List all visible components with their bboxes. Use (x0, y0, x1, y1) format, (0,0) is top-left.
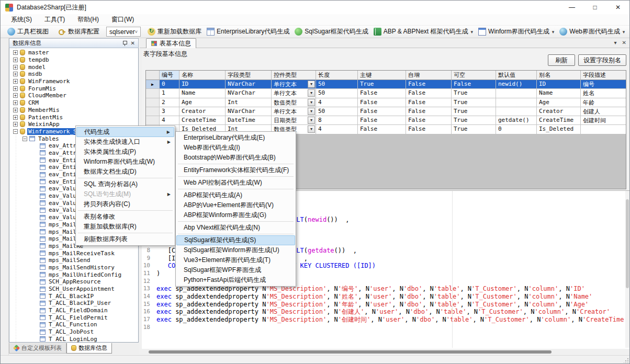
enterprise-library-button[interactable]: EnterpriseLibrary代码生成 (204, 26, 292, 37)
resize-grip[interactable] (624, 358, 629, 363)
grid-column-header[interactable]: 长度 (316, 71, 358, 80)
tree-item-database[interactable]: +ForumMis (9, 85, 138, 92)
grid-cell[interactable]: 姓名 (581, 89, 626, 98)
grid-cell[interactable]: False (406, 98, 452, 107)
grid-cell[interactable]: 单行文本▼ (272, 80, 316, 89)
grid-row[interactable]: 3CreatorNVarChar单行文本▼50FalseFalseTrueCre… (146, 107, 626, 116)
grid-cell[interactable]: 年龄 (581, 98, 626, 107)
cell-dropdown-icon[interactable]: ▼ (308, 99, 315, 106)
grid-cell[interactable]: False (358, 116, 406, 125)
grid-cell[interactable]: 单行文本▼ (272, 107, 316, 116)
tree-item-database[interactable]: +master (9, 49, 138, 56)
grid-cell[interactable]: NVarChar (226, 80, 272, 89)
submenu-item[interactable]: Abp VNext框架代码生成(N) (176, 223, 296, 233)
grid-cell[interactable]: 日期类型▼ (272, 116, 316, 125)
context-menu-item[interactable]: Winform界面代码生成(W) (76, 157, 175, 167)
grid-cell[interactable]: 4 (160, 116, 179, 125)
tree-item-database[interactable]: +msdb (9, 71, 138, 78)
grid-cell[interactable]: False (358, 98, 406, 107)
dock-tab-1[interactable]: 数据库信息 (66, 343, 112, 354)
tree-item-database[interactable]: +PatientMis (9, 113, 138, 121)
grid-cell[interactable]: 0 (160, 80, 179, 89)
expand-toggle[interactable]: + (13, 115, 18, 120)
submenu-item[interactable]: Vue3+Element界面代码生成(T) (176, 255, 296, 265)
grid-column-header[interactable]: 主键 (358, 71, 406, 80)
row-indicator[interactable] (146, 98, 160, 107)
menu-item-3[interactable]: 窗口(W) (105, 14, 140, 26)
grid-cell[interactable]: Age (179, 98, 226, 107)
grid-cell[interactable] (496, 107, 537, 116)
grid-cell[interactable]: Is_Deleted (537, 125, 581, 134)
winform-gen-button[interactable]: Winform界面代码生成▾ (476, 26, 557, 37)
grid-cell[interactable]: ID (537, 80, 581, 89)
submenu-item[interactable]: EntityFramework实体框架代码生成(F) (176, 165, 296, 175)
submenu-item[interactable]: ABP框架Winform界面生成(G) (176, 210, 296, 220)
grid-cell[interactable]: NVarChar (226, 89, 272, 98)
expand-toggle[interactable]: + (13, 122, 18, 127)
grid-cell[interactable]: 2 (160, 98, 179, 107)
grid-cell[interactable]: DateTime (226, 116, 272, 125)
submenu-item[interactable]: Web界面代码生成(I) (176, 143, 296, 153)
grid-cell[interactable]: True (452, 116, 496, 125)
context-menu-item[interactable]: 刷新数据库列表 (76, 234, 175, 244)
expand-toggle[interactable]: + (13, 79, 18, 84)
grid-cell[interactable]: 50 (316, 89, 358, 98)
row-indicator[interactable] (146, 89, 160, 98)
grid-column-header[interactable]: 名称 (179, 71, 226, 80)
grid-cell[interactable]: ID (179, 80, 226, 89)
grid-column-header[interactable]: 字段类型 (226, 71, 272, 80)
grid-cell[interactable]: NVarChar (226, 107, 272, 116)
grid-row[interactable]: 2AgeInt数值类型▼4FalseFalseTrueAge年龄 (146, 98, 626, 107)
expand-toggle[interactable]: + (13, 86, 18, 91)
tree-item-table[interactable]: T_ACL_LoginLog (9, 336, 138, 343)
grid-cell[interactable]: True (452, 89, 496, 98)
submenu-item[interactable]: Python+FastApi后端代码生成 (176, 275, 296, 285)
tree-item-table[interactable]: T_ACL_FieldPermit (9, 314, 138, 321)
grid-cell[interactable]: 数值类型▼ (272, 98, 316, 107)
expand-toggle[interactable]: + (13, 65, 18, 70)
abp-gen-button[interactable]: ABP & ABPNext 框架代码生成▾ (371, 26, 476, 37)
grid-cell[interactable]: newid() (496, 80, 537, 89)
panel-close-icon[interactable]: ✕ (131, 41, 135, 46)
context-menu-item[interactable]: 重新加载数据库(R) (76, 222, 175, 232)
expand-toggle[interactable]: + (13, 93, 18, 98)
tree-item-table[interactable]: mps_MailSend (9, 257, 138, 264)
grid-column-header[interactable]: 默认值 (496, 71, 537, 80)
grid-cell[interactable]: Creator (179, 107, 226, 116)
pin-icon[interactable] (122, 40, 127, 47)
tree-item-table[interactable]: SCH_AppResource (9, 278, 138, 286)
grid-cell[interactable]: False (406, 116, 452, 125)
context-menu-item[interactable]: SQL 查询分析器(A) (76, 179, 175, 189)
tree-item-table[interactable]: T_ACL_Function (9, 321, 138, 328)
grid-column-header[interactable]: 自增 (406, 71, 452, 80)
menu-item-1[interactable]: 工具(T) (38, 14, 71, 26)
grid-cell[interactable]: True (452, 98, 496, 107)
grid-cell[interactable]: getdate() (496, 116, 537, 125)
expand-toggle[interactable]: + (13, 108, 18, 112)
grid-cell[interactable]: False (406, 125, 452, 134)
grid-cell[interactable]: 50 (316, 80, 358, 89)
minimize-button[interactable]: — (560, 1, 583, 14)
db-config-button[interactable]: 数据库配置 (55, 26, 102, 37)
grid-cell[interactable]: True (358, 80, 406, 89)
grid-cell[interactable]: Name (537, 89, 581, 98)
grid-cell[interactable]: False (358, 125, 406, 134)
grid-row[interactable]: ▶0IDNVarChar单行文本▼50TrueFalseFalsenewid()… (146, 80, 626, 89)
grid-cell[interactable]: 3 (160, 107, 179, 116)
tree-item-table[interactable]: T_ACL_BlackIP_User (9, 300, 138, 307)
submenu-item[interactable]: SqlSugar框架Winform界面生成(U) (176, 245, 296, 255)
grid-cell[interactable]: False (406, 107, 452, 116)
set-field-alias-button[interactable]: 设置字段别名 (578, 54, 626, 66)
refresh-button[interactable]: 刷新 (548, 54, 575, 66)
web-gen-button[interactable]: Web界面代码生成▾ (557, 26, 627, 37)
context-menu-item[interactable]: 表别名修改 (76, 212, 175, 222)
grid-cell[interactable]: True (452, 125, 496, 134)
grid-cell[interactable] (496, 89, 537, 98)
tree-item-table[interactable]: T_ACL_FieldDomain (9, 307, 138, 314)
expand-toggle[interactable]: + (13, 100, 18, 105)
row-indicator[interactable] (146, 107, 160, 116)
vertical-scrollbar-thumb[interactable] (626, 199, 629, 288)
tab-close-icon[interactable]: ✕ (622, 40, 626, 46)
grid-cell[interactable]: CreateTime (537, 116, 581, 125)
close-button[interactable]: ✕ (606, 1, 629, 14)
